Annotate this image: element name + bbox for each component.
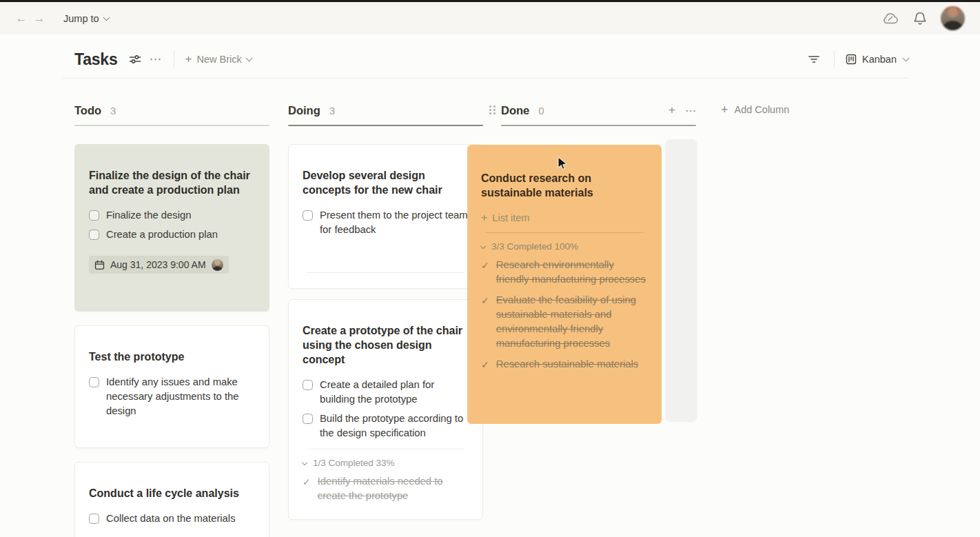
column-name: Todo xyxy=(74,104,101,117)
card-section-divider xyxy=(307,272,465,273)
card-title[interactable]: Conduct research on sustainable material… xyxy=(481,171,648,200)
checklist-item: Present them to the project team for fee… xyxy=(303,208,469,237)
column-actions: + ⋯ xyxy=(668,103,696,117)
completed-summary-toggle[interactable]: 1/3 Completed 33% xyxy=(303,458,469,468)
card-conduct-research[interactable]: Conduct research on sustainable material… xyxy=(467,145,662,424)
plus-icon: + xyxy=(185,54,192,64)
checkbox-unchecked[interactable] xyxy=(89,377,99,387)
add-card-icon[interactable]: + xyxy=(668,103,675,117)
plus-icon: + xyxy=(481,212,487,224)
assignee-avatar xyxy=(212,259,223,271)
card-title[interactable]: Develop several design concepts for the … xyxy=(303,168,469,197)
column-doing-header[interactable]: Doing 3 xyxy=(288,102,483,119)
completed-item: ✓ Identify materials needed to create th… xyxy=(303,474,469,503)
new-brick-label: New Brick xyxy=(196,54,241,65)
card-section-divider xyxy=(485,232,644,233)
chevron-down-icon xyxy=(903,55,910,62)
checkbox-unchecked[interactable] xyxy=(89,210,99,221)
checklist-label: Collect data on the materials xyxy=(106,511,236,526)
completed-item: ✓ Evaluate the feasibility of using sust… xyxy=(481,293,648,351)
column-underline xyxy=(288,125,483,126)
column-doing: Doing 3 Develop several design concepts … xyxy=(288,102,483,520)
page-title: Tasks xyxy=(74,50,118,69)
column-name: Doing xyxy=(288,104,320,117)
column-count-badge: 3 xyxy=(329,105,335,116)
card-create-prototype[interactable]: Create a prototype of the chair using th… xyxy=(288,299,483,520)
column-underline xyxy=(501,125,696,126)
chevron-down-icon xyxy=(103,14,110,21)
notifications-bell-icon[interactable] xyxy=(911,10,929,28)
column-done-header[interactable]: Done 0 + ⋯ xyxy=(501,102,696,119)
checkbox-unchecked[interactable] xyxy=(89,514,99,524)
card-life-cycle-analysis[interactable]: Conduct a life cycle analysis Collect da… xyxy=(74,462,269,537)
due-date-pill[interactable]: Aug 31, 2023 9:00 AM xyxy=(89,256,229,274)
new-brick-button[interactable]: + New Brick xyxy=(185,54,252,65)
forward-arrow-icon[interactable]: → xyxy=(30,12,48,26)
back-arrow-icon[interactable]: ← xyxy=(12,12,30,26)
column-doing-cards: Develop several design concepts for the … xyxy=(288,144,483,520)
completed-item: ✓ Research environmentally friendly manu… xyxy=(481,258,648,287)
completed-item-label: Evaluate the feasibility of using sustai… xyxy=(496,293,648,351)
filter-icon[interactable] xyxy=(805,50,823,68)
chevron-down-icon xyxy=(480,243,486,248)
card-title[interactable]: Create a prototype of the chair using th… xyxy=(303,323,469,367)
card-test-prototype[interactable]: Test the prototype Identify any issues a… xyxy=(74,325,269,448)
checklist-item: Build the prototype according to the des… xyxy=(303,412,469,440)
check-icon: ✓ xyxy=(303,475,311,503)
checklist-item: Create a production plan xyxy=(89,227,255,242)
column-todo: Todo 3 Finalize the design of the chair … xyxy=(74,102,269,537)
checklist-item: Finalize the design xyxy=(89,208,255,223)
check-icon: ✓ xyxy=(481,259,489,287)
checklist-label: Identify any issues and make necessary a… xyxy=(106,375,255,418)
checklist-item: Identify any issues and make necessary a… xyxy=(89,375,255,418)
checkbox-unchecked[interactable] xyxy=(303,210,313,221)
checklist-label: Build the prototype according to the des… xyxy=(320,412,469,440)
topbar: ← → Jump to xyxy=(0,2,980,34)
chevron-down-icon xyxy=(302,459,307,465)
add-list-item-button[interactable]: + List item xyxy=(481,212,648,224)
card-finalize-design[interactable]: Finalize the design of the chair and cre… xyxy=(74,144,269,312)
completed-summary-label: 1/3 Completed 33% xyxy=(313,458,395,468)
jump-to-menu[interactable]: Jump to xyxy=(63,13,109,24)
column-todo-header[interactable]: Todo 3 xyxy=(74,102,269,119)
page-header: Tasks ⋯ + New Brick xyxy=(74,45,908,73)
completed-item-label: Research environmentally friendly manufa… xyxy=(496,258,648,287)
card-title[interactable]: Finalize the design of the chair and cre… xyxy=(89,168,255,197)
checklist-item: Collect data on the materials xyxy=(89,511,255,526)
column-count-badge: 3 xyxy=(110,105,116,116)
checkbox-unchecked[interactable] xyxy=(303,380,313,390)
check-icon: ✓ xyxy=(481,294,489,351)
view-switcher-kanban[interactable]: Kanban xyxy=(846,54,908,65)
column-more-icon[interactable]: ⋯ xyxy=(685,104,696,117)
checklist-label: Present them to the project team for fee… xyxy=(320,208,469,237)
column-name: Done xyxy=(501,104,529,117)
sync-cloud-icon[interactable] xyxy=(881,10,899,28)
column-count-badge: 0 xyxy=(538,105,544,116)
user-avatar[interactable] xyxy=(941,6,965,30)
checkbox-unchecked[interactable] xyxy=(89,230,99,240)
checklist-item: Create a detailed plan for building the … xyxy=(303,378,469,407)
completed-item: ✓ Research sustainable materials xyxy=(481,357,648,372)
header-right: Kanban xyxy=(805,50,908,68)
card-develop-concepts[interactable]: Develop several design concepts for the … xyxy=(288,144,483,289)
add-column-button[interactable]: + Add Column xyxy=(721,104,789,115)
check-icon: ✓ xyxy=(481,358,489,372)
completed-item-label: Identify materials needed to create the … xyxy=(318,474,469,503)
checkbox-unchecked[interactable] xyxy=(303,414,313,424)
topbar-right xyxy=(881,6,980,30)
header-divider-vertical xyxy=(834,50,835,68)
column-todo-cards: Finalize the design of the chair and cre… xyxy=(74,144,269,537)
card-title[interactable]: Conduct a life cycle analysis xyxy=(89,486,255,500)
checklist-label: Create a detailed plan for building the … xyxy=(320,378,469,407)
card-section-divider xyxy=(307,449,465,449)
calendar-icon xyxy=(94,260,105,270)
completed-summary-toggle[interactable]: 3/3 Completed 100% xyxy=(481,241,648,252)
column-drag-handle-icon[interactable] xyxy=(489,105,496,114)
page-more-icon[interactable]: ⋯ xyxy=(150,56,163,63)
card-drop-placeholder xyxy=(665,139,697,422)
view-settings-sliders-icon[interactable] xyxy=(126,50,144,68)
add-list-item-label: List item xyxy=(492,212,529,223)
plus-icon: + xyxy=(721,105,728,114)
chevron-down-icon xyxy=(245,55,252,62)
card-title[interactable]: Test the prototype xyxy=(89,349,255,364)
